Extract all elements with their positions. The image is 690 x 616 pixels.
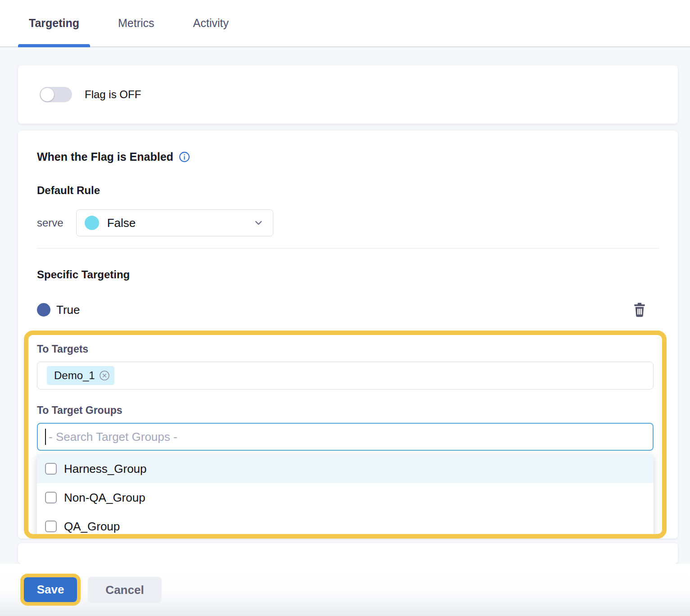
- highlighted-targeting-area: To Targets Demo_1 To: [24, 331, 667, 539]
- save-button[interactable]: Save: [24, 577, 77, 602]
- tab-metrics[interactable]: Metrics: [107, 0, 165, 46]
- active-tab-underline: [18, 44, 90, 47]
- serve-label: serve: [37, 217, 64, 229]
- checkbox-non-qa-group[interactable]: [45, 492, 57, 503]
- tab-targeting-label: Targeting: [29, 17, 79, 30]
- footer-bar: Save Cancel: [0, 564, 690, 616]
- cancel-button[interactable]: Cancel: [88, 577, 162, 603]
- group-option-label: Harness_Group: [64, 462, 147, 476]
- target-groups-dropdown: Harness_Group Non-QA_Group QA_Group: [37, 454, 654, 539]
- targeting-content: Flag is OFF When the Flag is Enabled Def…: [0, 47, 690, 564]
- flag-toggle[interactable]: [40, 87, 72, 102]
- targets-input[interactable]: Demo_1: [37, 362, 654, 390]
- search-placeholder: - Search Target Groups -: [49, 430, 177, 444]
- to-targets-label: To Targets: [37, 343, 654, 355]
- target-chip: Demo_1: [47, 366, 114, 385]
- specific-targeting-heading: Specific Targeting: [37, 268, 659, 281]
- delete-rule-button[interactable]: [633, 303, 646, 317]
- group-option-label: QA_Group: [64, 520, 120, 534]
- enabled-section-title: When the Flag is Enabled: [37, 150, 173, 163]
- save-button-highlight: Save: [20, 574, 81, 606]
- default-rule-variation-select[interactable]: False: [76, 209, 273, 236]
- flag-status-card: Flag is OFF: [18, 65, 678, 124]
- off-rules-card: [18, 543, 678, 564]
- tab-activity[interactable]: Activity: [182, 0, 240, 46]
- variation-true-dot: [37, 303, 50, 317]
- info-icon[interactable]: [179, 151, 190, 163]
- tab-targeting[interactable]: Targeting: [18, 0, 90, 46]
- checkbox-harness-group[interactable]: [45, 463, 57, 475]
- default-rule-selected-value: False: [107, 216, 253, 230]
- text-cursor: [45, 429, 46, 445]
- section-divider: [37, 248, 659, 249]
- flag-status-label: Flag is OFF: [85, 88, 141, 101]
- remove-target-button[interactable]: [99, 370, 110, 381]
- variation-false-dot: [85, 216, 99, 230]
- targeting-rules-card: When the Flag is Enabled Default Rule se…: [18, 131, 678, 539]
- circle-x-icon: [99, 376, 110, 382]
- trash-icon: [633, 312, 646, 318]
- chevron-down-icon: [253, 217, 264, 228]
- group-option-non-qa-group[interactable]: Non-QA_Group: [37, 483, 654, 512]
- specific-targeting-variation-label: True: [56, 303, 633, 317]
- group-option-label: Non-QA_Group: [64, 491, 145, 505]
- tab-activity-label: Activity: [193, 17, 229, 30]
- tab-bar: Targeting Metrics Activity: [0, 0, 690, 47]
- group-option-qa-group[interactable]: QA_Group: [37, 512, 654, 539]
- to-target-groups-label: To Target Groups: [37, 404, 654, 417]
- tab-metrics-label: Metrics: [118, 17, 154, 30]
- target-chip-label: Demo_1: [54, 369, 95, 382]
- group-option-harness-group[interactable]: Harness_Group: [37, 454, 654, 483]
- checkbox-qa-group[interactable]: [45, 521, 57, 532]
- default-rule-heading: Default Rule: [37, 184, 659, 197]
- flag-toggle-knob: [40, 87, 54, 102]
- target-groups-search-input[interactable]: - Search Target Groups -: [37, 423, 654, 451]
